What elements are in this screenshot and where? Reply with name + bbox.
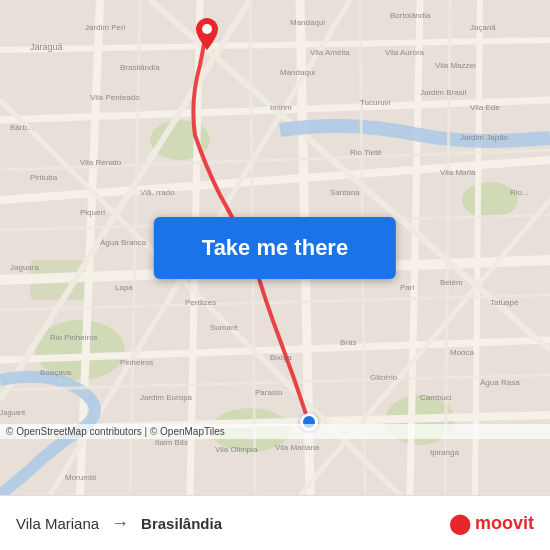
svg-text:Brás: Brás bbox=[340, 338, 356, 347]
svg-text:Bortolândia: Bortolândia bbox=[390, 11, 431, 20]
svg-text:Vila Mazzei: Vila Mazzei bbox=[435, 61, 476, 70]
svg-text:Vila Amélia: Vila Amélia bbox=[310, 48, 350, 57]
svg-text:Perdizes: Perdizes bbox=[185, 298, 216, 307]
svg-text:Imirim: Imirim bbox=[270, 103, 292, 112]
svg-text:Pinheiros: Pinheiros bbox=[120, 358, 153, 367]
svg-text:Vila Ede: Vila Ede bbox=[470, 103, 500, 112]
svg-text:Paraíso: Paraíso bbox=[255, 388, 283, 397]
destination-pin bbox=[196, 18, 218, 54]
svg-text:Vila Maria: Vila Maria bbox=[440, 168, 476, 177]
svg-text:Itaim Bibi: Itaim Bibi bbox=[155, 438, 188, 447]
svg-text:Glicério: Glicério bbox=[370, 373, 398, 382]
moovit-icon: ⬤ bbox=[449, 511, 471, 535]
svg-text:Jaguaré: Jaguaré bbox=[0, 409, 25, 417]
svg-text:Santana: Santana bbox=[330, 188, 360, 197]
svg-text:Jardim Europa: Jardim Europa bbox=[140, 393, 193, 402]
svg-text:Vila Renato: Vila Renato bbox=[80, 158, 122, 167]
moovit-logo: ⬤ moovit bbox=[449, 511, 534, 535]
svg-text:Água Rasa: Água Rasa bbox=[480, 378, 520, 387]
svg-text:Vila Penteado: Vila Penteado bbox=[90, 93, 140, 102]
svg-text:Água Branca: Água Branca bbox=[100, 238, 147, 247]
svg-text:Boaçava: Boaçava bbox=[40, 368, 72, 377]
svg-text:Pirituba: Pirituba bbox=[30, 173, 58, 182]
svg-text:Piqueri: Piqueri bbox=[80, 208, 105, 217]
svg-text:Vila Aurora: Vila Aurora bbox=[385, 48, 425, 57]
svg-text:Belém: Belém bbox=[440, 278, 463, 287]
svg-text:Jardim Peri: Jardim Peri bbox=[85, 23, 126, 32]
svg-text:Tatuapé: Tatuapé bbox=[490, 298, 519, 307]
svg-text:Jardim Japão: Jardim Japão bbox=[460, 133, 509, 142]
svg-text:Vila Mariana: Vila Mariana bbox=[275, 443, 320, 452]
take-me-there-button[interactable]: Take me there bbox=[154, 217, 396, 279]
svg-text:Mandaqui: Mandaqui bbox=[280, 68, 315, 77]
svg-text:Sumaré: Sumaré bbox=[210, 323, 239, 332]
svg-text:Pari: Pari bbox=[400, 283, 414, 292]
svg-text:Ipiranga: Ipiranga bbox=[430, 448, 459, 457]
svg-text:Cambuci: Cambuci bbox=[420, 393, 452, 402]
svg-text:Jardim Brasil: Jardim Brasil bbox=[420, 88, 466, 97]
arrow-icon: → bbox=[111, 513, 129, 534]
map-attribution: © OpenStreetMap contributors | © OpenMap… bbox=[0, 424, 550, 439]
svg-point-85 bbox=[202, 24, 212, 34]
svg-text:Rio Tietê: Rio Tietê bbox=[350, 148, 382, 157]
svg-text:Mandaqui: Mandaqui bbox=[290, 18, 325, 27]
route-info: Vila Mariana → Brasilândia bbox=[16, 513, 222, 534]
svg-text:Bárb...: Bárb... bbox=[10, 123, 34, 132]
svg-text:Vlã. rrado: Vlã. rrado bbox=[140, 188, 175, 197]
svg-text:Jaraguá: Jaraguá bbox=[30, 42, 63, 52]
svg-text:Vila Olimpia: Vila Olimpia bbox=[215, 445, 258, 454]
bottom-bar: Vila Mariana → Brasilândia ⬤ moovit bbox=[0, 495, 550, 550]
svg-text:Lapa: Lapa bbox=[115, 283, 133, 292]
svg-text:Mooca: Mooca bbox=[450, 348, 475, 357]
destination-label: Brasilândia bbox=[141, 515, 222, 532]
svg-text:Rio...: Rio... bbox=[510, 188, 529, 197]
origin-label: Vila Mariana bbox=[16, 515, 99, 532]
svg-text:Rio Pinheiros: Rio Pinheiros bbox=[50, 333, 98, 342]
svg-text:Jaguara: Jaguara bbox=[10, 263, 39, 272]
moovit-text: moovit bbox=[475, 513, 534, 534]
map-container: Jaraguá Jardim Peri Mandaqui Bortolândia… bbox=[0, 0, 550, 495]
svg-text:Jaçanã: Jaçanã bbox=[470, 23, 496, 32]
svg-text:Tucuruvi: Tucuruvi bbox=[360, 98, 391, 107]
svg-text:Brasilândia: Brasilândia bbox=[120, 63, 160, 72]
svg-text:Morumbi: Morumbi bbox=[65, 473, 96, 482]
